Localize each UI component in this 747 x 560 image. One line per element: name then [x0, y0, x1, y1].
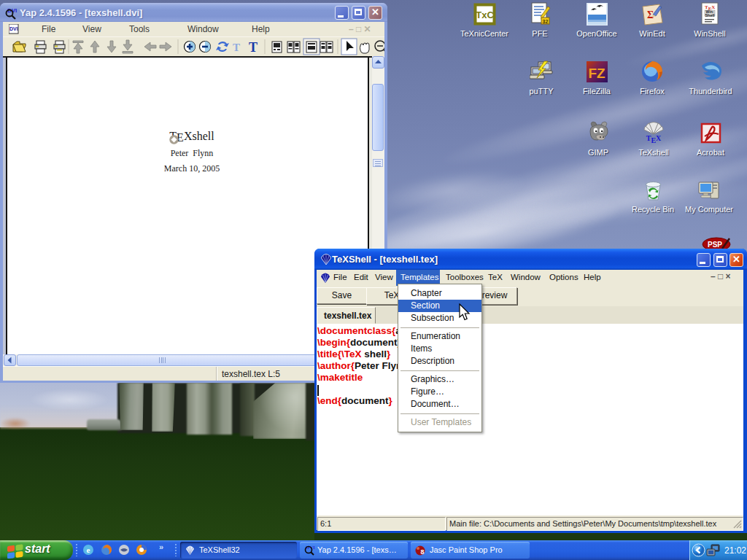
svg-text:TEX: TEX [646, 134, 661, 144]
svg-text:T: T [233, 42, 240, 53]
svg-text:DVI: DVI [9, 26, 18, 31]
svg-text:32: 32 [542, 19, 548, 24]
svg-text:T: T [249, 40, 258, 55]
svg-text:FZ: FZ [588, 66, 605, 81]
svg-text:Shell: Shell [705, 13, 715, 18]
svg-text:8: 8 [420, 548, 424, 556]
svg-text:Σ: Σ [647, 9, 654, 20]
svg-text:PSP: PSP [708, 241, 722, 249]
svg-text:TxC: TxC [476, 9, 494, 20]
svg-text:e: e [87, 545, 90, 554]
